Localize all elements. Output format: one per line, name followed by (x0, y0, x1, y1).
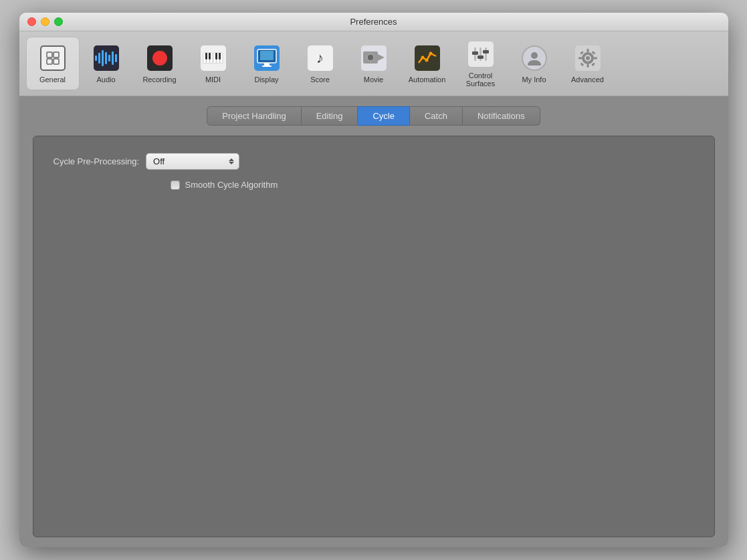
svg-rect-10 (205, 53, 207, 59)
audio-icon (92, 43, 121, 73)
svg-rect-28 (477, 55, 484, 59)
svg-rect-16 (264, 63, 270, 65)
maximize-button[interactable] (54, 17, 63, 26)
svg-point-23 (429, 52, 432, 55)
tab-project-handling[interactable]: Project Handling (207, 106, 301, 126)
toolbar-item-my-info[interactable]: My Info (508, 37, 561, 90)
window-title: Preferences (350, 17, 397, 27)
toolbar-item-movie[interactable]: Movie (347, 37, 401, 90)
movie-icon (359, 43, 389, 73)
svg-point-30 (531, 52, 538, 59)
svg-rect-13 (219, 53, 221, 59)
toolbar-item-score[interactable]: ♪ Score (294, 37, 347, 90)
general-icon (38, 43, 68, 73)
toolbar-label-score: Score (310, 76, 330, 84)
tab-editing[interactable]: Editing (302, 106, 358, 126)
svg-rect-27 (472, 51, 478, 55)
tab-catch[interactable]: Catch (410, 106, 463, 126)
toolbar-item-midi[interactable]: MIDI (187, 37, 240, 90)
smooth-cycle-checkbox[interactable] (171, 180, 180, 190)
tabs-row: Project Handling Editing Cycle Catch Not… (33, 106, 715, 126)
svg-rect-12 (215, 53, 217, 59)
toolbar-item-audio[interactable]: Audio (80, 37, 133, 90)
svg-rect-15 (260, 51, 274, 60)
my-info-icon (520, 43, 549, 73)
svg-rect-17 (262, 65, 272, 67)
toolbar: General Audio (19, 31, 728, 96)
toolbar-item-control-surfaces[interactable]: Control Surfaces (454, 37, 508, 90)
smooth-cycle-row: Smooth Cycle Algorithm (171, 180, 694, 190)
svg-rect-33 (586, 64, 589, 67)
svg-marker-20 (378, 54, 385, 61)
cycle-preprocessing-row: Cycle Pre-Processing: Off Quantize Smoot… (54, 153, 694, 170)
smooth-cycle-label: Smooth Cycle Algorithm (185, 180, 278, 190)
svg-rect-39 (591, 63, 595, 67)
svg-rect-29 (483, 50, 489, 53)
toolbar-item-automation[interactable]: Automation (401, 37, 454, 90)
toolbar-label-control-surfaces: Control Surfaces (454, 72, 508, 88)
svg-rect-1 (54, 52, 59, 57)
svg-rect-26 (485, 47, 487, 61)
svg-rect-3 (54, 59, 59, 64)
close-button[interactable] (27, 17, 36, 26)
svg-rect-32 (586, 49, 589, 52)
svg-point-19 (367, 54, 374, 61)
recording-icon (145, 43, 175, 73)
preferences-window: Preferences General (19, 13, 728, 547)
svg-point-31 (586, 56, 590, 60)
toolbar-label-display: Display (254, 76, 278, 84)
tab-notifications[interactable]: Notifications (463, 106, 540, 126)
toolbar-item-display[interactable]: Display (240, 37, 294, 90)
svg-rect-38 (580, 63, 584, 67)
toolbar-item-general[interactable]: General (26, 37, 80, 90)
cycle-panel: Cycle Pre-Processing: Off Quantize Smoot… (33, 136, 715, 537)
toolbar-item-recording[interactable]: Recording (133, 37, 187, 90)
display-icon (252, 43, 282, 73)
control-surfaces-icon (466, 39, 496, 69)
toolbar-item-advanced[interactable]: Advanced (561, 37, 615, 90)
content-area: Project Handling Editing Cycle Catch Not… (19, 96, 728, 547)
svg-point-22 (425, 59, 428, 62)
cycle-preprocessing-select-wrapper: Off Quantize Smooth (146, 153, 239, 170)
automation-icon (413, 43, 442, 73)
toolbar-label-audio: Audio (96, 76, 115, 84)
svg-rect-34 (578, 57, 582, 59)
toolbar-label-automation: Automation (409, 76, 446, 84)
toolbar-label-my-info: My Info (522, 76, 546, 84)
advanced-icon (573, 43, 603, 73)
window-controls (27, 17, 63, 26)
svg-rect-35 (594, 57, 597, 59)
title-bar: Preferences (19, 13, 728, 31)
minimize-button[interactable] (41, 17, 49, 26)
toolbar-label-midi: MIDI (205, 76, 221, 84)
svg-rect-0 (47, 52, 52, 57)
svg-rect-36 (580, 51, 584, 55)
cycle-preprocessing-label: Cycle Pre-Processing: (54, 156, 140, 166)
svg-rect-11 (209, 53, 211, 59)
score-icon: ♪ (306, 43, 335, 73)
toolbar-label-recording: Recording (142, 76, 176, 84)
toolbar-label-advanced: Advanced (571, 76, 604, 84)
svg-point-21 (421, 56, 424, 59)
toolbar-label-general: General (39, 76, 66, 84)
cycle-preprocessing-select[interactable]: Off Quantize Smooth (146, 153, 239, 170)
toolbar-label-movie: Movie (364, 76, 383, 84)
tab-cycle[interactable]: Cycle (358, 106, 410, 126)
svg-rect-2 (47, 59, 52, 64)
midi-icon (199, 43, 228, 73)
